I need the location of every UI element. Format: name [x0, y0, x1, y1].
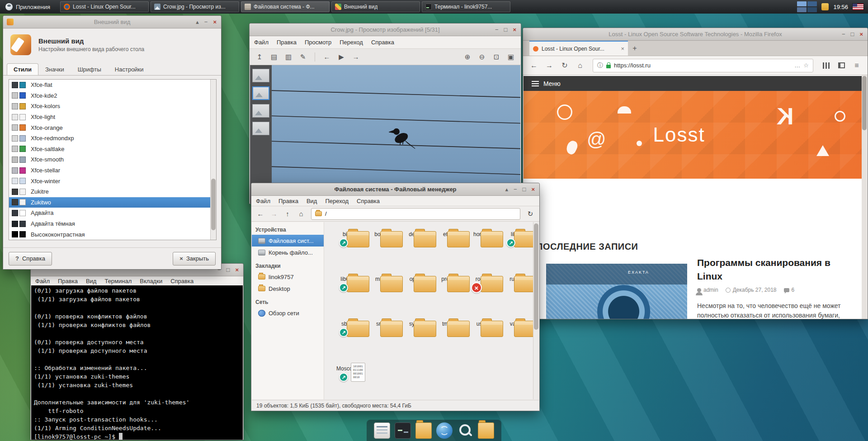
notification-icon[interactable] [821, 3, 829, 10]
tab-close-icon[interactable]: × [621, 45, 624, 52]
applications-menu-button[interactable]: Приложения [0, 0, 56, 14]
theme-list-item[interactable]: Xfce-redmondxp [9, 133, 210, 144]
menu-item[interactable]: Просмотр [305, 39, 331, 46]
menu-item[interactable]: Справка [371, 39, 394, 46]
menu-item[interactable]: Вкладки [140, 278, 162, 285]
close-button[interactable]: × Закрыть [173, 252, 216, 266]
back-icon[interactable]: ← [528, 59, 540, 72]
back-icon[interactable]: ← [254, 208, 267, 220]
scrollbar-thumb[interactable] [534, 223, 538, 330]
up-icon[interactable]: ↑ [281, 208, 294, 220]
close-icon[interactable]: × [213, 19, 217, 25]
menu-item[interactable]: Правка [278, 198, 298, 204]
browser-tab[interactable]: Losst - Linux Open Sour... × [529, 41, 628, 56]
menu-item[interactable]: Правка [277, 39, 297, 46]
file-item[interactable]: var [497, 318, 530, 363]
firefox-menu-icon[interactable]: ≡ [850, 59, 863, 72]
shade-icon[interactable]: ▴ [196, 19, 199, 25]
maximize-icon[interactable]: □ [851, 31, 854, 38]
help-button[interactable]: ? Справка [9, 252, 52, 266]
file-item[interactable]: sys [396, 318, 430, 363]
firefox-titlebar[interactable]: Losst - Linux Open Source Software Techn… [523, 28, 868, 41]
file-item[interactable]: mnt [363, 273, 396, 318]
article-image[interactable]: EXAKTA [546, 264, 687, 319]
taskbar-window-button[interactable]: Losst - Linux Open Sour... [60, 1, 149, 12]
theme-list-scrollbar[interactable] [210, 80, 216, 240]
export-icon[interactable]: ↥ [253, 51, 266, 63]
theme-list-item[interactable]: Адвайта [9, 208, 210, 218]
close-icon[interactable]: × [235, 266, 239, 273]
file-item[interactable]: lib64 [330, 273, 363, 318]
dock-launcher[interactable] [415, 422, 432, 439]
sidebar-bookmark-item[interactable]: Desktop [252, 283, 324, 294]
image-thumbnail[interactable] [252, 86, 269, 100]
workspace-1[interactable] [797, 1, 807, 6]
reload-icon[interactable]: ↻ [558, 59, 571, 72]
taskbar-window-button[interactable]: Crow.jpg - Просмотр из... [151, 1, 239, 12]
new-tab-button[interactable]: + [628, 41, 642, 56]
https-lock-icon[interactable] [606, 65, 611, 68]
reload-icon[interactable]: ↻ [524, 208, 537, 220]
file-item[interactable]: root [463, 273, 497, 318]
dock-launcher[interactable] [374, 422, 390, 439]
file-item[interactable]: home [463, 228, 497, 273]
sidebar-bookmark-item[interactable]: linok9757 [252, 271, 324, 283]
viewer-titlebar[interactable]: Crow.jpg - Просмотр изображений [5/31] −… [250, 24, 521, 36]
dock-launcher[interactable] [436, 422, 453, 439]
previous-image-icon[interactable]: ← [321, 51, 333, 63]
close-icon[interactable]: × [859, 31, 863, 38]
image-thumbnail[interactable] [252, 122, 269, 135]
appearance-tab[interactable]: Настройки [108, 63, 151, 75]
appearance-tab[interactable]: Шрифты [71, 63, 108, 75]
menu-item[interactable]: Справка [357, 198, 380, 204]
theme-list-item[interactable]: Xfce-orange [9, 122, 210, 133]
print-icon[interactable]: ▤ [268, 51, 280, 63]
fm-titlebar[interactable]: Файловая система - Файловый менеджер ▴ −… [251, 183, 539, 196]
slideshow-play-icon[interactable]: ▶ [335, 51, 348, 63]
appearance-titlebar[interactable]: Внешний вид ▴ − × [3, 16, 221, 28]
taskbar-window-button[interactable]: Файловая система - Ф... [241, 1, 330, 12]
close-icon[interactable]: × [531, 186, 535, 193]
dock-launcher[interactable] [478, 422, 494, 439]
menu-item[interactable]: Файл [35, 278, 50, 285]
theme-list-item[interactable]: Xfce-kde2 [9, 90, 210, 101]
maximize-icon[interactable]: □ [226, 266, 230, 273]
appearance-tab[interactable]: Значки [38, 63, 71, 75]
menu-item[interactable]: Файл [256, 198, 270, 204]
workspace-2[interactable] [807, 1, 817, 6]
menu-item[interactable]: Терминал [104, 278, 132, 285]
edit-icon[interactable]: ✎ [297, 51, 309, 63]
menu-item[interactable]: Правка [58, 278, 78, 285]
taskbar-window-button[interactable]: Внешний вид [331, 1, 420, 12]
panel-clock[interactable]: 19:56 [833, 4, 848, 10]
next-image-icon[interactable]: → [349, 51, 362, 63]
article-comment-count[interactable]: 6 [792, 287, 795, 293]
file-item[interactable]: Moscow [330, 363, 363, 399]
home-icon[interactable]: ⌂ [574, 59, 586, 72]
fm-scrollbar[interactable] [533, 222, 539, 399]
theme-list-item[interactable]: Xfce-smooth [9, 154, 210, 165]
menu-item[interactable]: Переход [340, 39, 363, 46]
file-item[interactable]: etc [430, 228, 463, 273]
path-bar[interactable]: / [311, 208, 520, 220]
image-thumbnail[interactable] [252, 104, 269, 118]
file-item[interactable]: dev [396, 228, 430, 273]
sidebar-device-item[interactable]: Файловая сист... [252, 235, 324, 247]
menu-item[interactable]: Переход [325, 198, 349, 204]
page-scrollbar[interactable] [862, 75, 867, 319]
taskbar-window-button[interactable]: Терминал - linok9757... [422, 1, 510, 12]
sidebar-toggle-icon[interactable] [838, 62, 845, 68]
home-icon[interactable]: ⌂ [295, 208, 307, 220]
theme-list-item[interactable]: Высококонтрастная [9, 229, 210, 240]
theme-list-item[interactable]: Xfce-flat [9, 80, 210, 90]
maximize-icon[interactable]: □ [504, 26, 508, 33]
menu-item[interactable]: Файл [254, 39, 269, 46]
dock-launcher[interactable] [457, 422, 473, 439]
workspace-4[interactable] [807, 7, 817, 12]
article-title-link[interactable]: Программы сканирования в Linux [697, 256, 849, 283]
theme-list-item[interactable]: Xfce-kolors [9, 101, 210, 112]
url-text[interactable]: https://losst.ru [614, 62, 791, 69]
bookmark-star-icon[interactable]: ☆ [803, 62, 809, 69]
minimize-icon[interactable]: − [514, 186, 517, 193]
image-thumbnail[interactable] [252, 69, 269, 82]
